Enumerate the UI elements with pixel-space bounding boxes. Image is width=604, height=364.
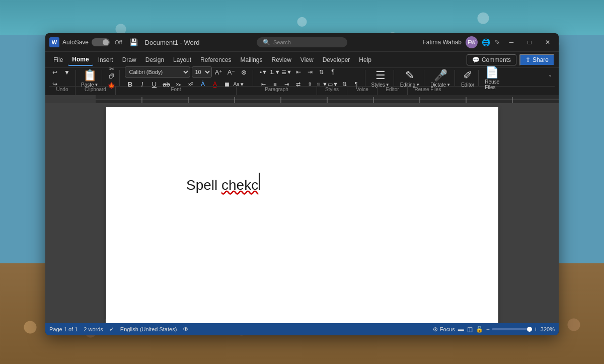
search-bar[interactable]: 🔍 Search [257, 37, 347, 47]
editor-button[interactable]: ✐ Editor [457, 70, 479, 86]
title-bar-center: 🔍 Search [218, 37, 387, 47]
word-count: 2 words [84, 326, 103, 332]
show-hide-button[interactable]: ¶ [328, 66, 339, 78]
menu-layout[interactable]: Layout [169, 54, 195, 65]
menu-file[interactable]: File [49, 54, 67, 65]
zoom-in-icon[interactable]: + [534, 326, 538, 333]
menu-insert[interactable]: Insert [94, 54, 117, 65]
undo-button[interactable]: ↩ [49, 67, 60, 78]
document-title: Document1 - Word [145, 39, 200, 46]
ruler-ticks [96, 95, 559, 103]
voice-label: Voice [347, 87, 378, 95]
increase-indent-button[interactable]: ⇥ [305, 66, 316, 78]
autosave-label: AutoSave [62, 39, 89, 46]
status-left: Page 1 of 1 2 words ✓ English (United St… [49, 326, 433, 333]
zoom-out-icon[interactable]: − [486, 326, 490, 333]
menu-review[interactable]: Review [268, 54, 295, 65]
document-page[interactable]: Spell chekc [106, 107, 498, 323]
focus-icon: ⊛ [433, 326, 438, 333]
bullets-button[interactable]: •▼ [258, 66, 269, 78]
cut-button[interactable]: ✂ [106, 65, 117, 72]
editor-label: Editor [461, 82, 474, 88]
paste-button[interactable]: 📋 Paste ▼ [78, 70, 102, 86]
paragraph-label: Paragraph [237, 87, 317, 95]
web-view-icon[interactable]: ◫ [467, 326, 473, 333]
status-bar: Page 1 of 1 2 words ✓ English (United St… [45, 323, 559, 335]
increase-font-button[interactable]: A⁺ [213, 66, 224, 78]
search-placeholder: Search [273, 39, 291, 45]
menu-draw[interactable]: Draw [118, 54, 140, 65]
globe-icon[interactable]: 🌐 [482, 38, 490, 46]
reuse-files-icon: 📄 [485, 66, 499, 79]
copy-button[interactable]: 🗍 [106, 74, 117, 79]
ribbon: ↩ ▼ ↪ 📋 Paste ▼ ✂ 🗍 🍁 [45, 67, 559, 95]
decrease-font-button[interactable]: A⁻ [226, 66, 237, 78]
language[interactable]: English (United States) [120, 326, 177, 332]
menu-design[interactable]: Design [141, 54, 168, 65]
sort-button[interactable]: ⇅ [316, 66, 327, 78]
reuse-files-button[interactable]: 📄 ReuseFiles [481, 70, 503, 86]
maximize-button[interactable]: □ [522, 35, 537, 49]
text-cursor [259, 173, 260, 190]
accessibility-icon[interactable]: 👁 [183, 326, 189, 333]
autosave-toggle[interactable] [92, 38, 110, 46]
menu-bar: File Home Insert Draw Design Layout Refe… [45, 51, 559, 67]
dictate-button[interactable]: 🎤 Dictate ▼ [426, 70, 455, 86]
menu-references[interactable]: References [196, 54, 235, 65]
reuse-files-label: ReuseFiles [485, 79, 499, 90]
page-view-icon[interactable]: ▬ [458, 326, 464, 333]
pen-icon[interactable]: ✎ [494, 38, 500, 46]
numbering-button[interactable]: 1.▼ [270, 66, 281, 78]
menu-home[interactable]: Home [68, 54, 93, 66]
share-icon: ⇧ [525, 56, 531, 63]
close-button[interactable]: ✕ [541, 35, 555, 49]
share-button[interactable]: ⇧ Share [519, 54, 555, 66]
ribbon-expand-icon: ˅ [549, 75, 552, 82]
proofing-icon[interactable]: ✓ [109, 326, 114, 333]
multilevel-button[interactable]: ☰▼ [281, 66, 292, 78]
status-right: ⊛ Focus ▬ ◫ 🔓 − + 320% [433, 326, 555, 333]
read-view-icon[interactable]: 🔓 [476, 326, 483, 333]
paste-icon: 📋 [83, 69, 97, 82]
styles-icon: ☰ [375, 69, 386, 82]
zoom-bar[interactable]: − + [486, 326, 538, 333]
styles-button[interactable]: ☰ Styles ▼ [367, 70, 394, 86]
menu-help[interactable]: Help [355, 54, 375, 65]
undo-dropdown[interactable]: ▼ [61, 67, 72, 78]
editor-icon: ✐ [463, 69, 472, 82]
clear-formatting-button[interactable]: ⊗ [239, 66, 250, 78]
dictate-icon: 🎤 [434, 69, 447, 82]
editing-button[interactable]: ✎ Editing ▼ [396, 70, 425, 86]
ribbon-labels: Undo Clipboard Font Paragraph Styles Voi… [49, 86, 555, 95]
ruler-inner [96, 95, 559, 103]
title-bar-right: Fatima Wahab FW 🌐 ✎ ─ □ ✕ [386, 35, 555, 49]
paragraph-section: •▼ 1.▼ ☰▼ ⇤ ⇥ ⇅ ¶ ⇤ ≡ ⇥ ⇄ ⇳ ◾▼ ▭▼ ⇅ [255, 70, 365, 86]
undo-section: ↩ ▼ ↪ [49, 70, 76, 86]
focus-button[interactable]: ⊛ Focus [433, 326, 455, 333]
save-icon[interactable]: 💾 [129, 38, 138, 46]
font-size-selector[interactable]: 10 [192, 66, 212, 78]
document-content[interactable]: Spell chekc [186, 173, 260, 193]
font-row1: Calibri (Body) 10 A⁺ A⁻ ⊗ [125, 66, 250, 78]
menu-developer[interactable]: Developer [319, 54, 354, 65]
spell-word: Spell [186, 177, 221, 193]
autosave-state: Off [115, 39, 122, 45]
menu-view[interactable]: View [296, 54, 318, 65]
font-family-selector[interactable]: Calibri (Body) [125, 66, 190, 78]
document-area[interactable]: Spell chekc [45, 103, 559, 323]
ribbon-expand-button[interactable]: ˅ [546, 75, 555, 82]
zoom-slider[interactable] [492, 328, 532, 330]
user-initials: FW [468, 40, 476, 45]
ribbon-row1: ↩ ▼ ↪ 📋 Paste ▼ ✂ 🗍 🍁 [49, 70, 555, 86]
zoom-thumb [527, 327, 532, 332]
decrease-indent-button[interactable]: ⇤ [293, 66, 304, 78]
minimize-button[interactable]: ─ [504, 35, 518, 49]
undo-row: ↩ ▼ [49, 67, 72, 78]
font-section: Calibri (Body) 10 A⁺ A⁻ ⊗ B I U ab x₂ x² [122, 70, 253, 86]
comments-icon: 💬 [472, 56, 480, 63]
left-margin [97, 107, 106, 319]
menu-mailings[interactable]: Mailings [236, 54, 266, 65]
comments-button[interactable]: 💬 Comments [467, 54, 516, 65]
editor-section-label: Editor [378, 87, 408, 95]
para-row1: •▼ 1.▼ ☰▼ ⇤ ⇥ ⇅ ¶ [258, 66, 362, 78]
